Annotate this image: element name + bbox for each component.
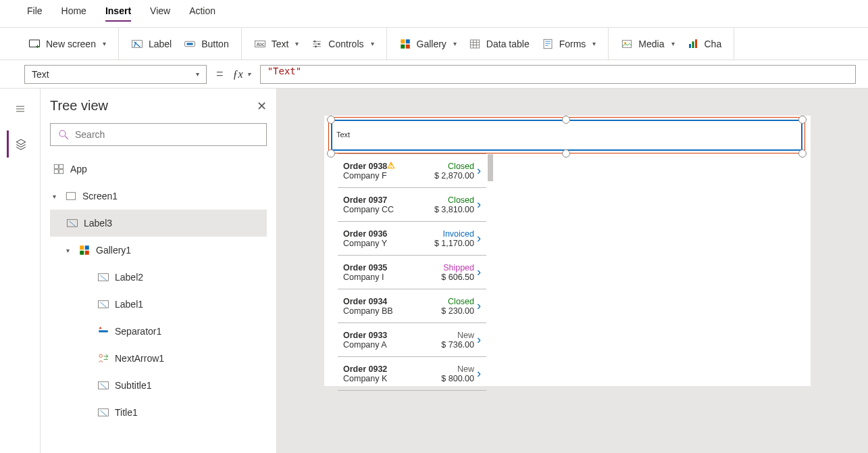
chevron-right-icon[interactable]: ›	[477, 164, 481, 178]
charts-dropdown[interactable]: Cha	[687, 38, 722, 50]
rail-treeview[interactable]	[7, 130, 34, 158]
new-screen-button[interactable]: New screen ▾	[28, 38, 106, 50]
chevron-down-icon: ▾	[453, 40, 457, 47]
amount: $ 1,170.00	[424, 239, 474, 248]
svg-rect-26	[68, 220, 78, 227]
resize-handle[interactable]	[562, 149, 570, 158]
control-icon	[97, 298, 109, 310]
tree-node-gallery1[interactable]: ▾ Gallery1	[50, 237, 267, 264]
screen-preview[interactable]: Text Order 0938⚠Company FClosed$ 2,870.0…	[324, 116, 811, 386]
tree-search-input[interactable]	[75, 129, 259, 140]
main-area: Tree view ✕ App ▾ Screen1 Label3 ▾	[0, 89, 868, 453]
svg-point-7	[318, 43, 320, 45]
company-name: Company BB	[343, 306, 424, 316]
controls-dropdown[interactable]: Controls ▾	[311, 38, 374, 50]
caret-down-icon[interactable]: ▾	[53, 193, 59, 200]
svg-rect-13	[470, 40, 480, 48]
tree-node-label2[interactable]: Label2	[50, 264, 267, 291]
tree-node-nextarrow1[interactable]: NextArrow1	[50, 345, 267, 372]
text-icon: Abc	[254, 38, 266, 50]
selected-label-control[interactable]: Text	[331, 120, 802, 151]
gallery-row[interactable]: Order 0936Company YInvoiced$ 1,170.00›	[338, 222, 486, 256]
hamburger-icon	[14, 103, 26, 115]
gallery-row[interactable]: Order 0935Company IShipped$ 606.50›	[338, 256, 486, 289]
svg-rect-14	[544, 39, 552, 49]
svg-rect-19	[695, 39, 697, 48]
tree-search[interactable]	[50, 123, 267, 146]
sidebar-rail	[0, 89, 41, 453]
resize-handle[interactable]	[327, 116, 335, 124]
gallery-preview[interactable]: Order 0938⚠Company FClosed$ 2,870.00›Ord…	[338, 153, 486, 391]
tree-node-app[interactable]: App	[50, 156, 267, 183]
tree-node-label: Subtitle1	[115, 380, 151, 391]
menu-home[interactable]: Home	[61, 5, 86, 22]
chevron-right-icon[interactable]: ›	[477, 197, 481, 212]
label-button[interactable]: Label	[131, 38, 172, 50]
resize-handle[interactable]	[327, 149, 335, 158]
warning-icon: ⚠	[387, 160, 395, 170]
chevron-down-icon: ▾	[247, 70, 251, 78]
svg-point-6	[314, 40, 316, 42]
gallery-dropdown[interactable]: Gallery ▾	[399, 38, 457, 50]
datatable-button[interactable]: Data table	[469, 38, 530, 50]
svg-rect-32	[99, 301, 109, 308]
menu-view[interactable]: View	[150, 5, 170, 22]
menu-file[interactable]: File	[27, 5, 43, 22]
scrollbar[interactable]	[488, 154, 493, 391]
chevron-down-icon: ▾	[196, 70, 199, 78]
svg-rect-35	[99, 382, 109, 389]
resize-handle[interactable]	[798, 149, 807, 158]
new-screen-label: New screen	[46, 39, 96, 49]
caret-down-icon[interactable]: ▾	[66, 247, 73, 254]
tree-node-title1[interactable]: Title1	[50, 399, 267, 426]
order-id: Order 0934	[343, 297, 424, 306]
button-button[interactable]: Button	[184, 38, 228, 50]
text-dropdown[interactable]: Abc Text ▾	[254, 38, 299, 50]
gallery-icon	[399, 38, 411, 50]
chevron-right-icon[interactable]: ›	[477, 299, 481, 313]
button-btn-label: Button	[201, 39, 228, 49]
status-label: Closed	[424, 297, 474, 306]
media-dropdown[interactable]: Media ▾	[621, 38, 674, 50]
tree-node-separator1[interactable]: Separator1	[50, 318, 267, 345]
control-icon	[97, 271, 109, 283]
gallery-row[interactable]: Order 0934Company BBClosed$ 230.00›	[338, 289, 486, 323]
gallery-row[interactable]: Order 0937Company CCClosed$ 3,810.00›	[338, 188, 486, 222]
control-icon	[97, 325, 109, 337]
tree-node-label1[interactable]: Label1	[50, 291, 267, 318]
gallery-row[interactable]: Order 0938⚠Company FClosed$ 2,870.00›	[338, 154, 486, 188]
menu-action[interactable]: Action	[189, 5, 215, 22]
chevron-right-icon[interactable]: ›	[477, 231, 481, 245]
tree-node-screen1[interactable]: ▾ Screen1	[50, 183, 267, 210]
formula-input[interactable]: "Text"	[260, 65, 856, 84]
svg-rect-21	[54, 164, 58, 168]
rail-hamburger[interactable]	[7, 95, 34, 122]
control-icon	[97, 406, 109, 419]
order-id: Order 0933	[343, 331, 424, 340]
svg-rect-23	[54, 170, 58, 174]
svg-point-8	[315, 45, 317, 47]
resize-handle[interactable]	[562, 116, 570, 124]
property-selector[interactable]: Text ▾	[24, 65, 207, 84]
chevron-right-icon[interactable]: ›	[477, 265, 481, 279]
tree-node-subtitle1[interactable]: Subtitle1	[50, 372, 267, 399]
company-name: Company F	[343, 171, 424, 181]
chevron-right-icon[interactable]: ›	[477, 333, 481, 347]
svg-point-34	[99, 354, 103, 358]
forms-dropdown[interactable]: Forms ▾	[542, 38, 596, 50]
screen-icon	[28, 38, 41, 50]
scroll-thumb[interactable]	[488, 154, 493, 181]
table-icon	[469, 38, 481, 50]
company-name: Company Y	[343, 239, 424, 248]
gallery-row[interactable]: Order 0932Company KNew$ 800.00›	[338, 357, 486, 391]
resize-handle[interactable]	[798, 116, 807, 124]
gallery-row[interactable]: Order 0933Company ANew$ 736.00›	[338, 323, 486, 357]
menu-insert[interactable]: Insert	[105, 5, 131, 22]
close-panel-button[interactable]: ✕	[257, 99, 267, 114]
chevron-right-icon[interactable]: ›	[477, 366, 481, 381]
fx-button[interactable]: ƒx ▾	[233, 68, 251, 80]
tree-node-label3[interactable]: Label3	[50, 210, 267, 237]
status-label: New	[424, 331, 474, 340]
canvas[interactable]: Text Order 0938⚠Company FClosed$ 2,870.0…	[277, 89, 868, 453]
chevron-down-icon: ▾	[592, 40, 596, 47]
